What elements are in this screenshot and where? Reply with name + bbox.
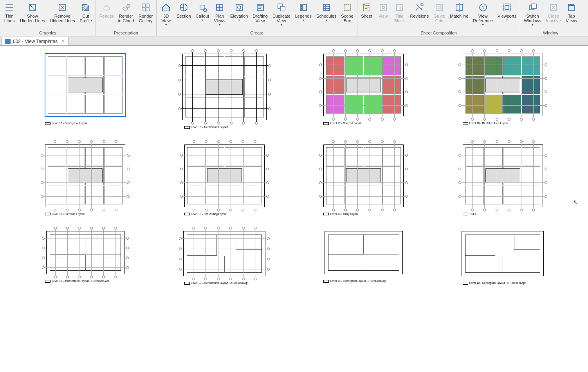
duplicate-view-button[interactable]: Duplicate View▼ (271, 1, 292, 30)
viewport-title: Level 10 - Rooms Layout (323, 122, 404, 125)
svg-rect-28 (436, 4, 442, 11)
view-reference-icon: 1 (478, 2, 489, 13)
scope-box-icon (342, 2, 353, 13)
floor-plan-viewport[interactable] (46, 231, 124, 274)
floor-plan-viewport[interactable] (462, 231, 544, 276)
viewport-title: 10-FFL (463, 213, 543, 216)
render-gallery-icon (140, 2, 151, 13)
ribbon-group-title: Create (158, 30, 355, 36)
svg-rect-19 (323, 4, 330, 11)
3d-view-button[interactable]: 3D View▼ (158, 1, 174, 30)
svg-point-12 (238, 6, 241, 9)
close-inactive-icon (548, 2, 559, 13)
floor-plan-viewport[interactable] (463, 144, 543, 207)
tab-views-button[interactable]: Tab Views (564, 1, 579, 30)
ribbon-group-title: Presentation (97, 30, 155, 36)
matchline-button[interactable]: Matchline (448, 1, 470, 30)
floor-plan-viewport[interactable] (323, 54, 404, 116)
remove-hidden-button[interactable]: Remove Hidden Lines (48, 1, 77, 30)
chevron-down-icon: ▼ (218, 23, 221, 26)
svg-rect-16 (300, 4, 307, 11)
viewport-cell: Level 10 - Conceptual Layout (20, 54, 151, 129)
floor-plan-viewport[interactable] (45, 54, 125, 116)
chevron-down-icon: ▼ (201, 19, 204, 22)
sheet-button[interactable]: Sheet (359, 1, 375, 30)
thin-lines-icon (4, 2, 15, 13)
plan-views-button[interactable]: Plan Views▼ (212, 1, 227, 30)
ribbon-label: Render in Cloud (118, 14, 134, 23)
floor-plan-viewport[interactable] (45, 144, 125, 207)
ribbon-group-graphics: Thin LinesShow Hidden LinesRemove Hidden… (0, 0, 96, 36)
sheet-viewport-grid: Level 10 - Conceptual LayoutLevel 10 - A… (20, 54, 568, 285)
ribbon-label: Revisions (410, 14, 429, 18)
render-cloud-button[interactable]: Render in Cloud (116, 1, 136, 30)
ribbon-label: Drafting View (253, 14, 268, 23)
svg-rect-17 (301, 5, 303, 7)
floor-plan-viewport[interactable] (184, 144, 265, 207)
ribbon-group-window: Switch Windows▼Close InactiveTab ViewsWi… (520, 0, 581, 36)
floor-plan-viewport[interactable] (463, 54, 543, 116)
svg-rect-23 (380, 4, 386, 11)
cut-profile-button[interactable]: Cut Profile (78, 1, 94, 30)
viewport-cell: 10-FFL (437, 144, 569, 216)
show-hidden-icon (27, 2, 38, 13)
ribbon-label: Thin Lines (4, 14, 14, 23)
ribbon-group-presentation: RenderRender in CloudRender GalleryPrese… (96, 0, 157, 36)
ribbon-label: Show Hidden Lines (20, 14, 45, 23)
switch-windows-button[interactable]: Switch Windows▼ (522, 1, 543, 30)
ribbon-label: Guide Grid (434, 14, 445, 23)
document-tab-bar: 002 - View Templates × (0, 36, 588, 46)
revisions-button[interactable]: Revisions (408, 1, 431, 30)
floor-plan-viewport[interactable] (325, 231, 403, 274)
svg-point-2 (127, 4, 130, 7)
chevron-down-icon: ▼ (280, 23, 283, 26)
ribbon-label: Remove Hidden Lines (50, 14, 75, 23)
svg-point-9 (204, 9, 207, 12)
viewport-cell: Level 10 - Rentable Area Layout (437, 54, 569, 129)
drawing-canvas[interactable]: Level 10 - Conceptual LayoutLevel 10 - A… (0, 46, 588, 372)
viewport-cell: Level 10 - Architectural Layout - 2 Bedr… (159, 231, 290, 285)
view-reference-button[interactable]: 1View Reference▼ (471, 1, 495, 30)
ribbon-group-sheet-composition: SheetViewTitle BlockRevisionsGuide GridM… (357, 0, 521, 36)
legends-icon (298, 2, 309, 13)
legends-button[interactable]: Legends▼ (293, 1, 314, 30)
section-button[interactable]: Section (175, 1, 193, 30)
viewport-cell: Level 10 - Architectural Layout (159, 54, 290, 129)
svg-point-24 (382, 6, 384, 9)
ribbon-group-create: 3D View▼SectionCallout▼Plan Views▼Elevat… (157, 0, 357, 36)
close-icon[interactable]: × (61, 38, 65, 44)
schedules-button[interactable]: Schedules▼ (314, 1, 338, 30)
guide-grid-button: Guide Grid (431, 1, 447, 30)
viewport-title: Level 10 - Rentable Area Layout (463, 122, 543, 125)
thin-lines-button[interactable]: Thin Lines (2, 1, 17, 30)
ribbon-label: Schedules (316, 14, 336, 18)
scope-box-button[interactable]: Scope Box (339, 1, 355, 30)
render-cloud-icon (121, 2, 132, 13)
callout-icon (197, 2, 208, 13)
document-tab-active[interactable]: 002 - View Templates × (2, 37, 69, 45)
drafting-view-button[interactable]: Drafting View (251, 1, 270, 30)
ribbon-label: Scope Box (341, 14, 353, 23)
tab-views-icon (566, 2, 577, 13)
chevron-down-icon: ▼ (482, 23, 484, 26)
callout-button[interactable]: Callout▼ (194, 1, 211, 30)
elevation-button[interactable]: Elevation▼ (228, 1, 250, 30)
3d-view-icon (161, 2, 171, 13)
viewports-button[interactable]: Viewports▼ (496, 1, 518, 30)
floor-plan-viewport[interactable] (323, 144, 404, 207)
floor-plan-viewport[interactable] (183, 231, 265, 276)
floor-plan-viewport[interactable] (182, 54, 267, 120)
viewport-cell: Level 10 - Conceptual Layout - 1 Bedroom… (298, 231, 429, 285)
svg-rect-39 (571, 4, 574, 5)
duplicate-view-icon (276, 2, 287, 13)
title-block-icon (394, 2, 405, 13)
svg-rect-32 (503, 4, 510, 11)
show-hidden-button[interactable]: Show Hidden Lines (18, 1, 47, 30)
ribbon-label: Viewports (498, 14, 516, 18)
revisions-icon (414, 2, 425, 13)
viewport-cell: Level 10 - Architectural Layout - 1 Bedr… (20, 231, 151, 285)
chevron-down-icon: ▼ (238, 19, 240, 22)
viewport-title: Level 10 - Conceptual Layout - 1 Bedroom… (323, 280, 404, 283)
svg-point-0 (104, 6, 109, 10)
render-gallery-button[interactable]: Render Gallery (137, 1, 155, 30)
